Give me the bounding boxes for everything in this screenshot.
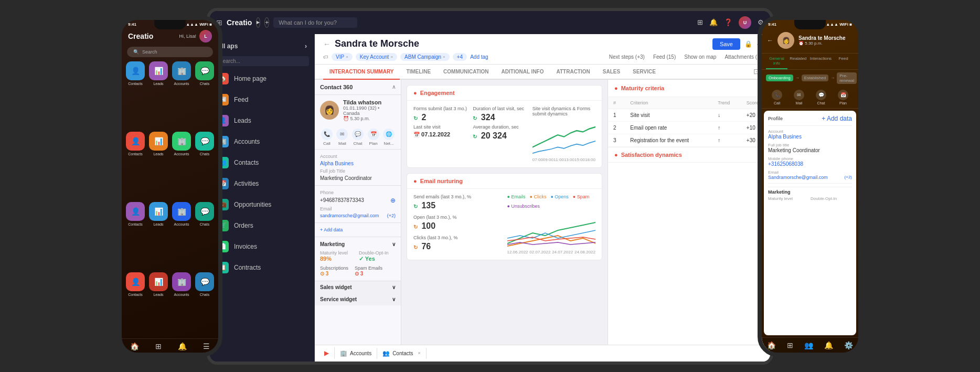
help-icon[interactable]: ❓ — [724, 18, 732, 26]
add-phone-icon[interactable]: ⊕ — [390, 197, 396, 204]
phone-left-search[interactable]: 🔍 Search — [127, 47, 213, 57]
divider-2 — [768, 183, 852, 184]
phone-app-chats-2[interactable]: 💬 Chats — [195, 132, 214, 198]
phone-app-accounts-4[interactable]: 🏢 Accounts — [172, 272, 191, 338]
tag-key-account[interactable]: Key Account × — [356, 53, 397, 61]
topbar-search[interactable]: What can I do for you? — [273, 17, 357, 28]
bottom-apps-icon[interactable]: ⊞ — [155, 342, 162, 350]
tag-more[interactable]: +4 — [453, 53, 467, 61]
bottom-menu-icon[interactable]: ☰ — [203, 342, 210, 350]
sidebar-search[interactable]: Search... — [215, 56, 309, 66]
rp-call-button[interactable]: 📞 Call — [772, 90, 782, 105]
show-on-map-link[interactable]: Show on map — [684, 54, 716, 60]
phone-app-leads-1[interactable]: 📊 Leads — [149, 61, 168, 127]
call-button[interactable]: 📞 Call — [321, 129, 333, 146]
add-tag-button[interactable]: Add tag — [470, 54, 488, 60]
rp-tab-feed[interactable]: Feed — [833, 54, 854, 69]
tab-service[interactable]: SERVICE — [626, 65, 662, 80]
chat-button[interactable]: 💬 Chat — [352, 129, 364, 146]
tag-abm-campaign[interactable]: ABM Campaign × — [400, 53, 450, 61]
phone-app-contacts-4[interactable]: 👤 Contacts — [126, 272, 145, 338]
rf-apps-icon[interactable]: ⊞ — [787, 341, 793, 349]
taskbar-accounts[interactable]: 🏢 Accounts — [335, 348, 377, 359]
sidebar-item-orders[interactable]: 🛒 Orders — [210, 215, 314, 236]
rf-bell-icon[interactable]: 🔔 — [824, 341, 833, 349]
chevron-down-icon[interactable]: ∨ — [392, 241, 396, 247]
bottom-home-icon[interactable]: 🏠 — [130, 342, 139, 350]
rp-chat-button[interactable]: 💬 Chat — [816, 90, 826, 105]
phone-app-accounts-3[interactable]: 🏢 Accounts — [172, 202, 191, 268]
new-tab-button[interactable]: + — [264, 17, 269, 28]
rp-tab-interactions[interactable]: Interactions — [809, 54, 833, 69]
rp-plan-button[interactable]: 📅 Plan — [838, 90, 848, 105]
bell-icon[interactable]: 🔔 — [709, 18, 718, 26]
rp-phone-value[interactable]: +31625068038 — [768, 161, 852, 167]
taskbar-home[interactable]: ▶ — [319, 347, 335, 359]
sidebar-collapse-icon[interactable]: › — [305, 42, 307, 50]
app-icon-leads-3: 📊 — [149, 202, 168, 221]
phone-app-chats-4[interactable]: 💬 Chats — [195, 272, 214, 338]
right-phone-back[interactable]: ← — [767, 37, 773, 44]
sidebar-item-activities[interactable]: 📅 Activities — [210, 173, 314, 194]
rp-email-value[interactable]: Sandramorsche@gmail.com — [768, 175, 828, 180]
sidebar-item-home[interactable]: 🏠 Home page — [210, 68, 314, 89]
rf-home-icon[interactable]: 🏠 — [767, 341, 776, 349]
rf-settings-icon[interactable]: ⚙️ — [844, 341, 853, 349]
rp-tab-general[interactable]: General info — [766, 54, 787, 69]
mail-button[interactable]: ✉ Mail — [336, 129, 348, 146]
tag-vip[interactable]: VIP × — [332, 53, 353, 61]
tab-additional-info[interactable]: ADITIONAL INFO — [495, 65, 550, 80]
taskbar-close-icon[interactable]: × — [418, 350, 421, 356]
back-button[interactable]: ← — [323, 40, 331, 48]
phone-app-contacts-2[interactable]: 👤 Contacts — [126, 132, 145, 198]
rp-tab-related[interactable]: Realated — [787, 54, 809, 69]
record-actions: Save 🔒 ··· — [712, 38, 762, 50]
phone-app-chats-1[interactable]: 💬 Chats — [195, 61, 214, 127]
account-value[interactable]: Alpha Busines — [320, 161, 396, 166]
plan-button[interactable]: 📅 Plan — [368, 129, 379, 146]
add-data-plus-button[interactable]: + Add data — [822, 115, 852, 122]
tab-attraction[interactable]: ATTRACTION — [550, 65, 596, 80]
tab-communication[interactable]: COMMUNICATION — [437, 65, 495, 80]
save-button[interactable]: Save — [712, 38, 740, 50]
tab-timeline[interactable]: TIMELINE — [400, 65, 437, 80]
phone-app-contacts-1[interactable]: 👤 Contacts — [126, 61, 145, 127]
user-avatar[interactable]: U — [739, 16, 751, 29]
feed-link[interactable]: Feed (15) — [653, 54, 676, 60]
sidebar-header: All aps › — [210, 38, 314, 54]
phone-app-accounts-1[interactable]: 🏢 Accounts — [172, 61, 191, 127]
sidebar-item-leads[interactable]: 👤 Leads — [210, 110, 314, 131]
sidebar-item-invoices[interactable]: 📄 Invoices — [210, 236, 314, 257]
bottom-notif-icon[interactable]: 🔔 — [178, 342, 187, 350]
phone-app-leads-2[interactable]: 📊 Leads — [149, 132, 168, 198]
rf-contacts-icon[interactable]: 👥 — [804, 341, 813, 349]
add-data-button[interactable]: + Add data — [320, 227, 396, 232]
play-button[interactable]: ▶ — [256, 17, 260, 28]
rp-maturity-item: Maturity level — [768, 196, 809, 201]
apps-icon[interactable]: ⊞ — [697, 18, 703, 26]
phone-app-accounts-2[interactable]: 🏢 Accounts — [172, 132, 191, 198]
attachments-link[interactable]: Attachments (1) — [725, 54, 762, 60]
phone-app-leads-3[interactable]: 📊 Leads — [149, 202, 168, 268]
service-chevron-icon[interactable]: ∨ — [392, 296, 396, 302]
tab-sales[interactable]: SALES — [596, 65, 626, 80]
sidebar-item-contacts[interactable]: 👥 Contacts — [210, 152, 314, 173]
sidebar-item-feed[interactable]: 📰 Feed — [210, 89, 314, 110]
sidebar-item-accounts[interactable]: 🏢 Accounts — [210, 131, 314, 152]
phone-app-chats-3[interactable]: 💬 Chats — [195, 202, 214, 268]
sales-chevron-icon[interactable]: ∨ — [392, 284, 396, 290]
net-button[interactable]: 🌐 Net... — [383, 129, 395, 146]
phone-app-leads-4[interactable]: 📊 Leads — [149, 272, 168, 338]
lock-icon[interactable]: 🔒 — [744, 40, 752, 48]
rp-mail-button[interactable]: ✉ Mail — [794, 90, 804, 105]
email-value[interactable]: sandramorsche@gmail.com — [320, 213, 379, 218]
phone-app-contacts-3[interactable]: 👤 Contacts — [126, 202, 145, 268]
tab-interaction-summary[interactable]: INTERACTION SUMMARY — [323, 65, 400, 80]
sidebar-item-opportunities[interactable]: 💼 Opportunities — [210, 194, 314, 215]
next-steps-link[interactable]: Next steps (+3) — [609, 54, 645, 60]
phone-value[interactable]: +94687837873343 — [320, 197, 364, 203]
taskbar-contacts[interactable]: 👥 Contacts × — [377, 348, 427, 359]
chevron-up-icon[interactable]: ∧ — [392, 84, 396, 90]
rp-account-value[interactable]: Alpha Busines — [768, 134, 852, 140]
sidebar-item-contracts[interactable]: 📋 Contracts — [210, 257, 314, 278]
